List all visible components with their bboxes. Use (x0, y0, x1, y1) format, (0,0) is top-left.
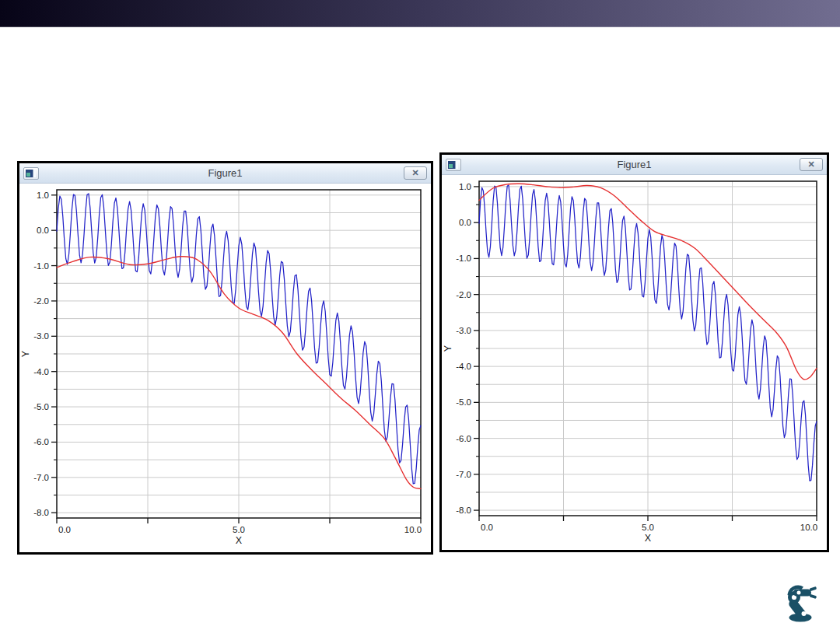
svg-text:X: X (236, 535, 243, 546)
svg-text:0.0: 0.0 (58, 525, 71, 534)
chart-lower-envelope: 1.00.0-1.0-2.0-3.0-4.0-5.0-6.0-7.0-8.00.… (19, 184, 431, 552)
svg-text:-1.0: -1.0 (456, 254, 471, 263)
figure-window-icon[interactable] (446, 159, 461, 171)
svg-text:-7.0: -7.0 (456, 470, 471, 479)
svg-text:10.0: 10.0 (404, 525, 422, 534)
svg-text:Y: Y (443, 345, 453, 352)
svg-text:10.0: 10.0 (800, 523, 817, 532)
svg-text:-4.0: -4.0 (33, 367, 49, 376)
icon-plot-strip (455, 161, 458, 169)
close-icon: ✕ (807, 159, 814, 170)
svg-text:-1.0: -1.0 (33, 261, 49, 271)
icon-plot-strip (33, 170, 36, 177)
svg-text:0.0: 0.0 (459, 218, 471, 227)
svg-text:-6.0: -6.0 (456, 434, 471, 443)
figure-window-right: Figure1 ✕ 1.00.0-1.0-2.0-3.0-4.0-5.0-6.0… (439, 152, 829, 552)
svg-text:0.0: 0.0 (37, 226, 49, 235)
svg-text:-2.0: -2.0 (456, 290, 471, 299)
svg-text:-5.0: -5.0 (33, 402, 49, 411)
svg-text:-3.0: -3.0 (33, 331, 49, 341)
svg-text:-8.0: -8.0 (456, 506, 471, 515)
window-title: Figure1 (442, 159, 827, 170)
figure-window-icon[interactable] (23, 167, 39, 180)
svg-text:-8.0: -8.0 (33, 508, 49, 517)
header-bar (0, 0, 840, 27)
window-title: Figure1 (19, 167, 431, 179)
titlebar-left[interactable]: Figure1 ✕ (19, 163, 431, 184)
svg-text:-3.0: -3.0 (456, 326, 471, 335)
svg-text:-5.0: -5.0 (456, 397, 471, 407)
svg-text:-4.0: -4.0 (456, 362, 471, 371)
svg-text:0.0: 0.0 (481, 523, 493, 532)
titlebar-right[interactable]: Figure1 ✕ (442, 155, 827, 175)
icon-plot-green (449, 164, 453, 168)
svg-text:-7.0: -7.0 (33, 473, 49, 482)
svg-text:1.0: 1.0 (459, 182, 471, 191)
close-button[interactable]: ✕ (404, 166, 427, 180)
svg-text:1.0: 1.0 (37, 191, 49, 200)
svg-text:-2.0: -2.0 (33, 296, 49, 306)
icon-plot-green (26, 173, 30, 177)
svg-text:5.0: 5.0 (642, 523, 654, 532)
svg-text:5.0: 5.0 (233, 525, 245, 534)
close-button[interactable]: ✕ (800, 158, 823, 171)
robot-arm-logo (779, 579, 823, 623)
plot-area-right: 1.00.0-1.0-2.0-3.0-4.0-5.0-6.0-7.0-8.00.… (442, 175, 827, 550)
svg-text:Y: Y (20, 350, 31, 357)
svg-text:-6.0: -6.0 (33, 437, 49, 446)
chart-upper-envelope: 1.00.0-1.0-2.0-3.0-4.0-5.0-6.0-7.0-8.00.… (442, 175, 827, 550)
plot-area-left: 1.00.0-1.0-2.0-3.0-4.0-5.0-6.0-7.0-8.00.… (19, 184, 431, 552)
svg-text:X: X (645, 533, 652, 544)
figure-window-left: Figure1 ✕ 1.00.0-1.0-2.0-3.0-4.0-5.0-6.0… (17, 161, 433, 555)
close-icon: ✕ (411, 168, 418, 178)
